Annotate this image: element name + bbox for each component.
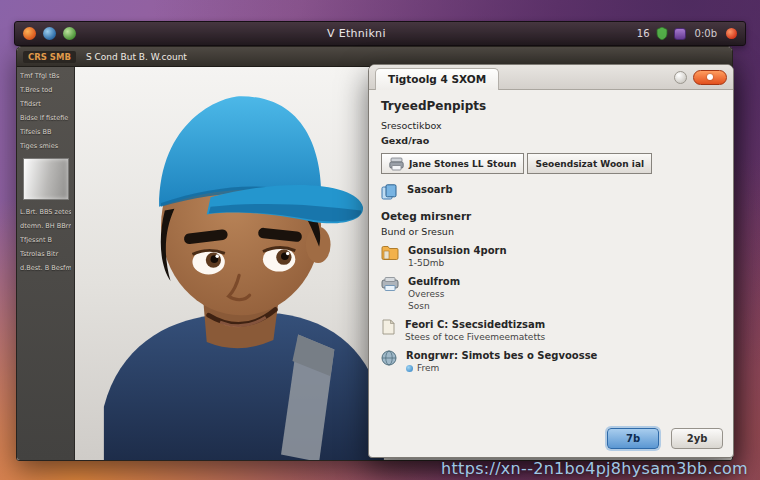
globe-icon: [381, 350, 397, 366]
sidebar-item[interactable]: dtemn. BH BBrm: [20, 222, 71, 230]
list-item-sub: Frem: [406, 363, 597, 373]
ok-button[interactable]: 7b: [607, 428, 659, 449]
section-title: Oeteg mirsnerr: [381, 210, 721, 222]
cancel-button[interactable]: 2yb: [671, 428, 723, 449]
sidebar-item[interactable]: Tifseis BB: [20, 128, 71, 136]
list-item-sub: 1-5Dmb: [408, 258, 507, 268]
list-item[interactable]: Gonsulsion 4porn 1-5Dmb: [381, 245, 721, 268]
sidebar-item[interactable]: d.Best. B Besfm: [20, 264, 71, 272]
settings-dialog: Tigtoolg 4 SXOM TryeedPenpipts Sresoctik…: [368, 64, 734, 458]
list-item-title: Geulfrom: [408, 276, 460, 287]
list-item-title: Rongrwr: Simots bes o Segvoosse: [406, 350, 597, 361]
top-panel: V Ethnikni 16 0:0b: [14, 21, 746, 46]
sidebar-item[interactable]: Tstrolas Bitr: [20, 250, 71, 258]
dialog-window-buttons: [674, 70, 727, 85]
firefox-icon[interactable]: [23, 27, 36, 40]
list-item-title: Gonsulsion 4porn: [408, 245, 507, 256]
sidebar-item[interactable]: Tfidsrt: [20, 100, 71, 108]
sidebar-item[interactable]: Bidse If fistefie: [20, 114, 71, 122]
dialog-buttons: 7b 2yb: [607, 428, 723, 449]
panel-indicator-count: 16: [637, 28, 650, 39]
character-image: [75, 67, 414, 460]
dialog-title: Tigtoolg 4 SXOM: [375, 68, 499, 90]
list-item-sub-text: Frem: [417, 363, 439, 373]
files-icon[interactable]: [43, 27, 56, 40]
sidebar-thumbnail[interactable]: [23, 158, 69, 200]
panel-title: V Ethnikni: [76, 27, 637, 40]
sidebar-item[interactable]: Tmf Tfgl tBs: [20, 72, 71, 80]
dialog-field-label: Gexd/rao: [381, 135, 721, 146]
notification-icon[interactable]: [726, 28, 737, 39]
printer-icon: [389, 157, 404, 171]
dialog-body: TryeedPenpipts Sresoctikbox Gexd/rao Jan…: [369, 90, 733, 373]
printer-select[interactable]: Jane Stones LL Stoun: [381, 153, 524, 174]
sidebar-item[interactable]: T.Bres tod: [20, 86, 71, 94]
sidebar: Tmf Tfgl tBs T.Bres tod Tfidsrt Bidse If…: [17, 67, 75, 460]
folder-icon: [381, 245, 399, 261]
status-dot-icon: [406, 365, 413, 372]
app-indicator-icon[interactable]: [674, 28, 686, 40]
menubar-items[interactable]: S Cond But B. W.count: [86, 52, 187, 62]
list-item-title: Feori C: Ssecsidedtizsam: [405, 319, 545, 330]
panel-launchers: [23, 27, 76, 40]
panel-indicators: 16 0:0b: [637, 27, 737, 40]
list-item[interactable]: Rongrwr: Simots bes o Segvoosse Frem: [381, 350, 721, 373]
list-item-sub: Stees of toce Fiveemeematetts: [405, 332, 545, 342]
dialog-heading: TryeedPenpipts: [381, 99, 721, 113]
watermark-url: https://xn--2n1bo4pj8hysam3bb.com: [441, 459, 748, 478]
printer-properties-button[interactable]: Seoendsizat Woon ial: [527, 153, 652, 174]
panel-clock[interactable]: 0:0b: [692, 28, 720, 39]
device-icon: [381, 276, 399, 292]
section-subtext: Bund or Sresun: [381, 226, 721, 237]
search-row[interactable]: Sasoarb: [381, 184, 721, 200]
printer-combo-row: Jane Stones LL Stoun Seoendsizat Woon ia…: [381, 153, 721, 174]
sidebar-item[interactable]: L.Brt. BBS zeteszatr: [20, 208, 71, 216]
minimize-button[interactable]: [674, 71, 687, 84]
dialog-titlebar[interactable]: Tigtoolg 4 SXOM: [369, 65, 733, 90]
pages-icon: [381, 184, 398, 200]
sidebar-item[interactable]: Tiges smies: [20, 142, 71, 150]
menubar-badge[interactable]: CRS SMB: [23, 51, 76, 63]
list-item[interactable]: Feori C: Ssecsidedtizsam Stees of toce F…: [381, 319, 721, 342]
list-item-sub2: Sosn: [408, 301, 460, 311]
desktop: V Ethnikni 16 0:0b CRS SMB S Cond But B.…: [0, 0, 760, 480]
search-row-label: Sasoarb: [407, 184, 453, 195]
software-icon[interactable]: [63, 27, 76, 40]
dialog-subtext: Sresoctikbox: [381, 120, 721, 131]
close-button[interactable]: [693, 70, 727, 85]
network-shield-icon[interactable]: [656, 27, 668, 40]
sidebar-item[interactable]: Tfjessnt B: [20, 236, 71, 244]
document-icon: [381, 319, 396, 335]
list-item-sub: Overess: [408, 289, 460, 299]
list-item[interactable]: Geulfrom Overess Sosn: [381, 276, 721, 311]
printer-select-value: Jane Stones LL Stoun: [409, 159, 516, 169]
